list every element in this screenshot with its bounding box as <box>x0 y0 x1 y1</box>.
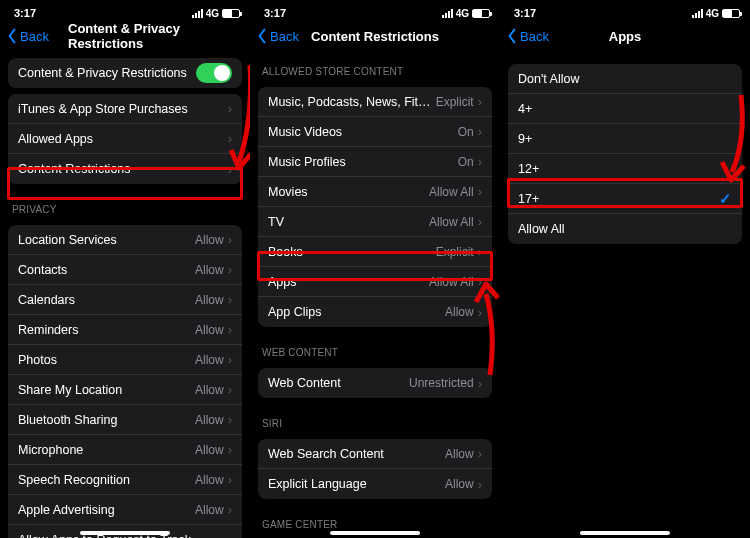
chevron-right-icon: › <box>478 95 482 108</box>
option-allow-all[interactable]: Allow All <box>508 214 742 244</box>
row-label: Content Restrictions <box>18 162 228 176</box>
row-reminders[interactable]: RemindersAllow› <box>8 315 242 345</box>
option-17-[interactable]: 17+✓ <box>508 184 742 214</box>
chevron-right-icon: › <box>228 383 232 396</box>
nav-bar: Back Content Restrictions <box>250 20 500 52</box>
scroll-content[interactable]: Content & Privacy Restrictions iTunes & … <box>0 52 250 538</box>
row-label: App Clips <box>268 305 445 319</box>
chevron-right-icon: › <box>228 503 232 516</box>
row-photos[interactable]: PhotosAllow› <box>8 345 242 375</box>
row-content-restrictions[interactable]: Content Restrictions › <box>8 154 242 184</box>
row-label: Web Content <box>268 376 409 390</box>
back-button[interactable]: Back <box>256 28 299 44</box>
chevron-left-icon <box>6 28 18 44</box>
row-label: Apps <box>268 275 429 289</box>
signal-icon <box>692 9 703 18</box>
chevron-right-icon: › <box>228 102 232 115</box>
row-value: Allow <box>195 383 224 397</box>
chevron-right-icon: › <box>228 533 232 538</box>
row-explicit-language[interactable]: Explicit LanguageAllow› <box>258 469 492 499</box>
chevron-right-icon: › <box>478 125 482 138</box>
row-speech-recognition[interactable]: Speech RecognitionAllow› <box>8 465 242 495</box>
row-location-services[interactable]: Location ServicesAllow› <box>8 225 242 255</box>
back-button[interactable]: Back <box>6 28 49 44</box>
row-value: Explicit <box>436 95 474 109</box>
row-web-content[interactable]: Web ContentUnrestricted› <box>258 368 492 398</box>
scroll-content[interactable]: Don't Allow4+9+12+17+✓Allow All <box>500 52 750 538</box>
row-contacts[interactable]: ContactsAllow› <box>8 255 242 285</box>
option-12-[interactable]: 12+ <box>508 154 742 184</box>
home-indicator <box>330 531 420 535</box>
option-4-[interactable]: 4+ <box>508 94 742 124</box>
row-value: Explicit <box>436 245 474 259</box>
row-music-videos[interactable]: Music VideosOn› <box>258 117 492 147</box>
row-apps[interactable]: AppsAllow All› <box>258 267 492 297</box>
row-bluetooth-sharing[interactable]: Bluetooth SharingAllow› <box>8 405 242 435</box>
status-icons: 4G <box>192 8 240 19</box>
row-label: Photos <box>18 353 195 367</box>
back-label: Back <box>520 29 549 44</box>
row-value: Allow <box>195 443 224 457</box>
status-icons: 4G <box>692 8 740 19</box>
network-label: 4G <box>456 8 469 19</box>
home-indicator <box>80 531 170 535</box>
section-header-privacy: PRIVACY <box>0 190 250 219</box>
row-value: Allow <box>195 233 224 247</box>
row-itunes-purchases[interactable]: iTunes & App Store Purchases › <box>8 94 242 124</box>
row-books[interactable]: BooksExplicit› <box>258 237 492 267</box>
row-label: Speech Recognition <box>18 473 195 487</box>
row-label: Explicit Language <box>268 477 445 491</box>
row-label: Location Services <box>18 233 195 247</box>
row-master-toggle[interactable]: Content & Privacy Restrictions <box>8 58 242 88</box>
row-label: Share My Location <box>18 383 195 397</box>
status-bar: 3:17 4G <box>500 0 750 20</box>
row-apple-advertising[interactable]: Apple AdvertisingAllow› <box>8 495 242 525</box>
row-value: Allow <box>195 263 224 277</box>
row-calendars[interactable]: CalendarsAllow› <box>8 285 242 315</box>
row-value: Allow <box>445 305 474 319</box>
status-bar: 3:17 4G <box>250 0 500 20</box>
row-label: Allowed Apps <box>18 132 228 146</box>
toggle-switch[interactable] <box>196 63 232 83</box>
row-value: On <box>458 155 474 169</box>
row-label: Calendars <box>18 293 195 307</box>
option-9-[interactable]: 9+ <box>508 124 742 154</box>
option-don-t-allow[interactable]: Don't Allow <box>508 64 742 94</box>
chevron-right-icon: › <box>478 478 482 491</box>
row-microphone[interactable]: MicrophoneAllow› <box>8 435 242 465</box>
row-value: Allow <box>195 353 224 367</box>
battery-icon <box>722 9 740 18</box>
chevron-right-icon: › <box>228 163 232 176</box>
row-web-search-content[interactable]: Web Search ContentAllow› <box>258 439 492 469</box>
row-value: Allow <box>195 293 224 307</box>
chevron-left-icon <box>256 28 268 44</box>
row-label: Allow All <box>518 222 732 236</box>
row-allowed-apps[interactable]: Allowed Apps › <box>8 124 242 154</box>
network-label: 4G <box>706 8 719 19</box>
back-button[interactable]: Back <box>506 28 549 44</box>
row-music-profiles[interactable]: Music ProfilesOn› <box>258 147 492 177</box>
row-movies[interactable]: MoviesAllow All› <box>258 177 492 207</box>
home-indicator <box>580 531 670 535</box>
battery-icon <box>472 9 490 18</box>
row-app-clips[interactable]: App ClipsAllow› <box>258 297 492 327</box>
row-label: iTunes & App Store Purchases <box>18 102 228 116</box>
row-value: Allow All <box>429 215 474 229</box>
row-value: Allow <box>445 447 474 461</box>
row-label: 4+ <box>518 102 732 116</box>
row-music-podcasts-news-fitness[interactable]: Music, Podcasts, News, FitnessExplicit› <box>258 87 492 117</box>
chevron-right-icon: › <box>228 443 232 456</box>
chevron-right-icon: › <box>478 377 482 390</box>
row-share-my-location[interactable]: Share My LocationAllow› <box>8 375 242 405</box>
row-tv[interactable]: TVAllow All› <box>258 207 492 237</box>
battery-icon <box>222 9 240 18</box>
scroll-content[interactable]: ALLOWED STORE CONTENT Music, Podcasts, N… <box>250 52 500 538</box>
chevron-right-icon: › <box>478 306 482 319</box>
chevron-right-icon: › <box>228 293 232 306</box>
row-label: Music, Podcasts, News, Fitness <box>268 95 436 109</box>
row-label: Don't Allow <box>518 72 732 86</box>
chevron-right-icon: › <box>228 263 232 276</box>
nav-bar: Back Content & Privacy Restrictions <box>0 20 250 52</box>
row-value: Allow <box>195 503 224 517</box>
row-label: 9+ <box>518 132 732 146</box>
